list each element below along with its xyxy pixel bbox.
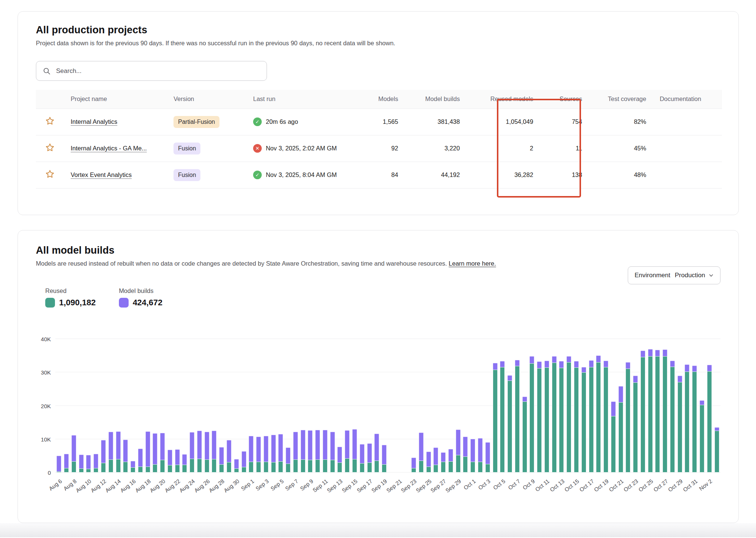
x-axis-tick: Oct 3 xyxy=(477,478,492,491)
x-axis-tick: Sep 1 xyxy=(240,478,255,492)
segment-reused xyxy=(426,467,431,473)
learn-more-link[interactable]: Learn more here. xyxy=(449,260,496,267)
bar-oct-29 xyxy=(676,339,683,473)
segment-reused xyxy=(197,459,202,473)
x-axis-tick: Oct 21 xyxy=(608,478,624,493)
bar-oct-12 xyxy=(550,339,558,473)
bar-oct-5 xyxy=(499,339,506,473)
segment-model-builds xyxy=(433,447,438,465)
x-axis-tick: Sep 25 xyxy=(415,478,433,494)
page-bottom-strip xyxy=(0,523,756,537)
favorite-star-icon[interactable] xyxy=(45,143,55,153)
bar-aug-28 xyxy=(218,339,225,473)
x-axis-tick: Sep 27 xyxy=(429,478,447,494)
segment-model-builds xyxy=(337,447,342,462)
segment-model-builds xyxy=(478,438,483,462)
segment-reused xyxy=(278,461,283,473)
legend-builds-swatch xyxy=(119,298,129,308)
bar-aug-29 xyxy=(225,339,233,473)
bar-aug-19 xyxy=(151,339,159,473)
bar-sep-15 xyxy=(351,339,359,473)
segment-reused xyxy=(256,462,261,473)
segment-reused xyxy=(611,416,616,473)
segment-reused xyxy=(655,356,660,473)
x-axis-tick: Aug 12 xyxy=(89,478,107,494)
project-name-link[interactable]: Vortex Event Analytics xyxy=(71,171,132,178)
favorite-star-icon[interactable] xyxy=(45,116,55,126)
segment-model-builds xyxy=(670,361,675,367)
segment-model-builds xyxy=(93,454,98,468)
segment-model-builds xyxy=(566,356,571,362)
bar-sep-19 xyxy=(381,339,388,473)
segment-reused xyxy=(419,461,424,473)
test-coverage-value: 45% xyxy=(589,135,653,162)
model-builds-value: 3,220 xyxy=(405,135,467,162)
reused-models-value: 36,282 xyxy=(467,162,540,188)
bar-nov-2 xyxy=(706,339,713,473)
bar-aug-24 xyxy=(188,339,196,473)
x-axis-tick: Sep 29 xyxy=(444,478,462,494)
segment-reused xyxy=(64,468,69,473)
bar-sep-27 xyxy=(440,339,447,473)
bar-sep-1 xyxy=(248,339,255,473)
segment-reused xyxy=(264,462,268,473)
bar-sep-30 xyxy=(462,339,469,473)
bar-sep-16 xyxy=(358,339,366,473)
segment-model-builds xyxy=(522,397,527,401)
environment-select[interactable]: Environment Production xyxy=(628,266,720,284)
y-axis-tick: 0 xyxy=(32,470,51,476)
segment-model-builds xyxy=(507,375,512,380)
segment-model-builds xyxy=(500,361,505,367)
bar-aug-17 xyxy=(136,339,144,473)
segment-reused xyxy=(374,461,379,473)
bar-oct-26 xyxy=(654,339,661,473)
project-name-link[interactable]: Internal Analytics xyxy=(71,118,117,125)
chart-legend: Reused 1,090,182 Model builds 424,672 xyxy=(45,287,720,308)
x-axis-tick: Aug 18 xyxy=(134,478,152,494)
stacked-bar-chart: 010K20K30K40K xyxy=(55,339,720,473)
segment-reused xyxy=(153,464,157,473)
environment-select-label: Environment xyxy=(634,272,670,279)
segment-reused xyxy=(463,456,468,473)
bar-sep-6 xyxy=(285,339,292,473)
project-name-link[interactable]: Internal Analytics - GA Me... xyxy=(71,145,147,152)
bar-aug-15 xyxy=(122,339,129,473)
segment-model-builds xyxy=(249,436,253,462)
segment-reused xyxy=(130,467,135,473)
bar-sep-14 xyxy=(344,339,351,473)
bar-sep-10 xyxy=(314,339,322,473)
search-icon xyxy=(43,67,50,75)
table-row: Vortex Event AnalyticsFusion✓Nov 3, 2025… xyxy=(36,162,722,188)
segment-reused xyxy=(367,462,372,473)
bar-aug-21 xyxy=(166,339,173,473)
last-run-text: Nov 3, 2025, 2:02 AM GM xyxy=(266,145,337,152)
segment-model-builds xyxy=(574,361,579,367)
favorite-star-icon[interactable] xyxy=(45,169,55,179)
sources-value: 754 xyxy=(540,108,589,135)
column-header-last-run: Last run xyxy=(246,90,363,108)
reused-models-value: 2 xyxy=(467,135,540,162)
column-header-documentation: Documentation xyxy=(653,90,722,108)
bar-aug-11 xyxy=(92,339,100,473)
segment-model-builds xyxy=(515,360,520,366)
bar-oct-2 xyxy=(477,339,484,473)
segment-reused xyxy=(663,356,667,473)
bar-oct-7 xyxy=(513,339,521,473)
search-input[interactable] xyxy=(55,67,260,75)
segment-reused xyxy=(227,462,231,473)
production-projects-card: All production projects Project data sho… xyxy=(18,11,739,215)
segment-model-builds xyxy=(271,435,276,462)
segment-model-builds xyxy=(130,461,135,467)
segment-reused xyxy=(493,370,498,473)
bar-oct-20 xyxy=(609,339,617,473)
bar-sep-21 xyxy=(395,339,403,473)
segment-model-builds xyxy=(685,364,689,372)
segment-model-builds xyxy=(308,430,313,460)
segment-reused xyxy=(234,468,239,473)
column-header-models: Models xyxy=(363,90,405,108)
segment-model-builds xyxy=(493,363,498,370)
projects-card-subtitle: Project data shown is for the previous 9… xyxy=(36,40,720,47)
chart-x-axis: Aug 6Aug 8Aug 10Aug 12Aug 14Aug 16Aug 18… xyxy=(55,473,720,510)
legend-item-reused: Reused 1,090,182 xyxy=(45,287,96,308)
x-axis-tick: Oct 31 xyxy=(682,478,698,493)
